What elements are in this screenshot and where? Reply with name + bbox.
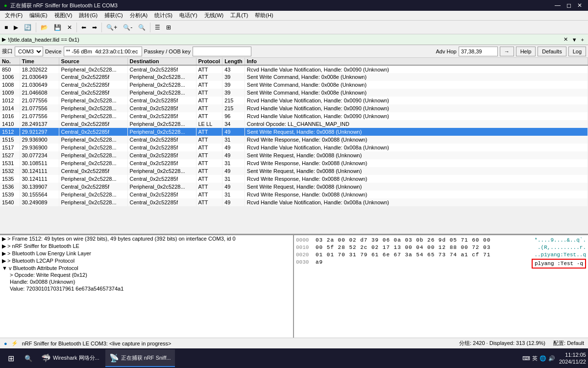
adv-hop-arrow[interactable]: → [500, 47, 514, 56]
detail-att[interactable]: ▼ v Bluetooth Attribute Protocol [0, 265, 293, 271]
toolbar-btn-2[interactable]: ▶ [11, 23, 21, 32]
table-row[interactable]: 100621.030649Central_0x2c52285fPeriphera… [0, 73, 588, 81]
col-header-source[interactable]: Source [59, 58, 127, 65]
col-header-protocol[interactable]: Protocol [196, 58, 222, 65]
cell-info: Sent Write Request, Handle: 0x0088 (Unkn… [245, 167, 588, 175]
table-row[interactable]: 100821.030649Central_0x2c52285fPeriphera… [0, 81, 588, 89]
toolbar-btn-10[interactable]: 🔍- [121, 23, 135, 32]
toolbar-btn-9[interactable]: 🔍+ [104, 23, 120, 32]
toolbar-btn-6[interactable]: ✕ [65, 23, 74, 32]
cell-no: 1532 [0, 167, 20, 175]
cell-time: 30.108511 [20, 159, 59, 167]
hex-bytes: 03 2a 00 02 d7 39 06 0a 03 0b 26 9d 05 7… [316, 237, 530, 243]
detail-frame[interactable]: ▶ > Frame 1512: 49 bytes on wire (392 bi… [0, 235, 293, 243]
detail-nrf[interactable]: ▶ > nRF Sniffer for Bluetooth LE [0, 243, 293, 250]
device-label: Device [45, 49, 62, 54]
menu-item-S[interactable]: 统计(S) [151, 11, 175, 20]
menu-item-A[interactable]: 分析(A) [127, 11, 151, 20]
wireshark-icon: 🦈 [41, 353, 51, 363]
device-input[interactable] [64, 47, 142, 56]
menu-item-F[interactable]: 文件(F) [2, 11, 25, 20]
cell-length: 31 [222, 175, 245, 183]
detail-l2cap-toggle: ▶ [2, 258, 6, 264]
toolbar-btn-12[interactable]: ☰ [152, 23, 163, 32]
taskbar-clock: 11:12:05 2024/11/22 [559, 351, 586, 366]
help-button[interactable]: Help [516, 47, 536, 56]
table-row[interactable]: 153930.155564Peripheral_0x2c5228...Centr… [0, 191, 588, 198]
toolbar-btn-8[interactable]: ➡ [90, 23, 99, 32]
menu-item-E[interactable]: 编辑(E) [26, 11, 50, 20]
cell-protocol: ATT [196, 89, 222, 97]
toolbar-btn-3[interactable]: 🔄 [22, 23, 34, 32]
filter-label: ▶ [2, 36, 6, 43]
menu-item-W[interactable]: 无线(W) [201, 11, 227, 20]
filter-arrow-btn[interactable]: ▼ [570, 37, 579, 43]
toolbar-btn-4[interactable]: 📂 [38, 23, 50, 32]
cell-no: 1016 [0, 112, 20, 120]
cell-info: Rcvd Handle Value Notification, Handle: … [245, 65, 588, 73]
cell-source: Central_0x2c52285f [59, 81, 127, 89]
toolbar-btn-7[interactable]: ⬅ [79, 23, 89, 32]
detail-att-value[interactable]: Value: 7203010170317961 6e673a54657374a1 [8, 285, 293, 292]
table-row[interactable]: 101621.077556Peripheral_0x2c5228...Centr… [0, 112, 588, 120]
toolbar: ■ ▶ 🔄 📂 💾 ✕ ⬅ ➡ 🔍+ 🔍- 🔍 ☰ ⊞ [0, 21, 588, 34]
defaults-button[interactable]: Defaults [538, 47, 566, 56]
col-header-time[interactable]: Time [20, 58, 59, 65]
log-button[interactable]: Log [568, 47, 586, 56]
filter-input[interactable] [8, 36, 562, 44]
detail-l2cap[interactable]: ▶ > Bluetooth L2CAP Protocol [0, 257, 293, 265]
menu-bar: 文件(F)编辑(E)视图(V)跳转(G)捕获(C)分析(A)统计(S)电话(Y)… [0, 11, 588, 21]
taskbar-search[interactable]: 🔍 [22, 351, 35, 365]
taskbar-app-wireshark[interactable]: 🦈 Wireshark 网络分... [37, 349, 103, 367]
cell-info: Sent Write Request, Handle: 0x0088 (Unkn… [245, 183, 588, 191]
table-row[interactable]: 100921.046608Central_0x2c52285fPeriphera… [0, 89, 588, 97]
toolbar-btn-1[interactable]: ■ [2, 23, 10, 32]
table-row[interactable]: 141028.249137Central_0x2c52285fPeriphera… [0, 120, 588, 128]
start-button[interactable]: ⊞ [2, 349, 20, 367]
cell-length: 49 [222, 144, 245, 151]
table-row[interactable]: 153530.124111Peripheral_0x2c5228...Centr… [0, 175, 588, 183]
detail-att-opcode[interactable]: > Opcode: Write Request (0x12) [8, 271, 293, 278]
menu-item-Y[interactable]: 电话(Y) [176, 11, 200, 20]
col-header-info[interactable]: Info [245, 58, 588, 65]
menu-item-C[interactable]: 捕获(C) [101, 11, 125, 20]
table-row[interactable]: 101221.077556Peripheral_0x2c5228...Centr… [0, 97, 588, 104]
toolbar-btn-5[interactable]: 💾 [51, 23, 64, 32]
toolbar-sep-1 [36, 23, 36, 32]
filter-plus-btn[interactable]: + [579, 37, 586, 43]
table-row[interactable]: 153130.108511Peripheral_0x2c5228...Centr… [0, 159, 588, 167]
table-row[interactable]: 152730.077234Peripheral_0x2c5228...Centr… [0, 151, 588, 159]
table-row[interactable]: 153230.124111Central_0x2c52285fPeriphera… [0, 167, 588, 175]
detail-att-handle[interactable]: Handle: 0x0088 (Unknown) [8, 278, 293, 285]
toolbar-btn-11[interactable]: 🔍 [136, 23, 148, 32]
col-header-no[interactable]: No. [0, 58, 20, 65]
status-bar: ● ⚡ nRF Sniffer for Bluetooth LE COM3: <… [0, 338, 588, 348]
maximize-button[interactable]: ◻ [564, 2, 573, 9]
table-row[interactable]: 85018.202622Peripheral_0x2c5228...Centra… [0, 65, 588, 73]
menu-item-T[interactable]: 工具(T) [227, 11, 251, 20]
menu-item-V[interactable]: 视图(V) [51, 11, 75, 20]
packet-list-area[interactable]: No. Time Source Destination Protocol Len… [0, 58, 588, 235]
filter-close-btn[interactable]: ✕ [562, 36, 570, 43]
cell-info: Rcvd Write Response, Handle: 0x0088 (Unk… [245, 175, 588, 183]
toolbar-btn-13[interactable]: ⊞ [164, 23, 173, 32]
detail-ble-link[interactable]: ▶ > Bluetooth Low Energy Link Layer [0, 250, 293, 257]
taskbar-app-nrf[interactable]: 📡 正在捕获 nRF Sniff... [105, 349, 175, 367]
table-row[interactable]: 151729.936900Peripheral_0x2c5228...Centr… [0, 144, 588, 151]
table-row[interactable]: 153630.139907Central_0x2c52285fPeriphera… [0, 183, 588, 191]
table-row[interactable]: 151229.921297Central_0x2c52285fPeriphera… [0, 128, 588, 136]
close-button[interactable]: ✕ [575, 2, 584, 9]
cell-source: Peripheral_0x2c5228... [59, 191, 127, 198]
cell-source: Central_0x2c52285f [59, 73, 127, 81]
col-header-length[interactable]: Length [222, 58, 245, 65]
table-row[interactable]: 151529.936900Peripheral_0x2c5228...Centr… [0, 136, 588, 144]
cell-destination: Central_0x2c52285f [127, 191, 196, 198]
passkey-input[interactable] [193, 47, 251, 56]
menu-item-G[interactable]: 跳转(G) [76, 11, 100, 20]
port-select[interactable]: COM3 [15, 47, 43, 56]
menu-item-H[interactable]: 帮助(H) [252, 11, 276, 20]
table-row[interactable]: 101421.077556Peripheral_0x2c5228...Centr… [0, 104, 588, 112]
minimize-button[interactable]: — [553, 2, 563, 9]
col-header-destination[interactable]: Destination [127, 58, 196, 65]
table-row[interactable]: 154030.249089Peripheral_0x2c5228...Centr… [0, 198, 588, 206]
